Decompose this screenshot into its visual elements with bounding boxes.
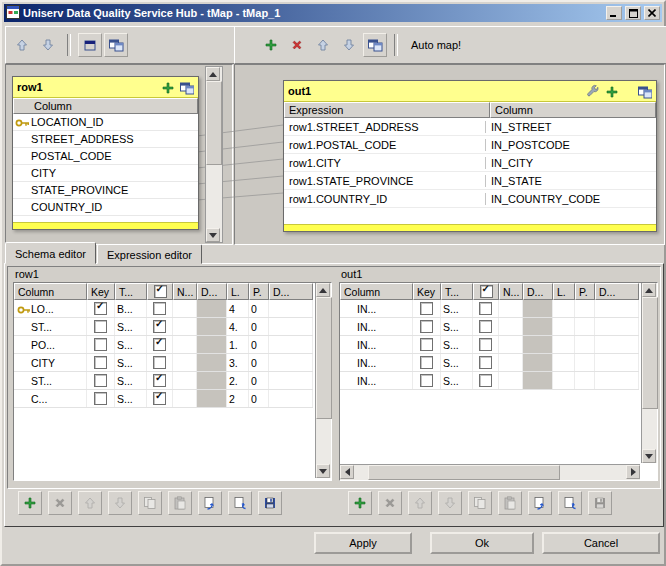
cell-length[interactable]: 3.	[227, 354, 249, 371]
cell-length[interactable]	[553, 300, 575, 317]
cell-length[interactable]: 4	[227, 300, 249, 317]
scrollbar-thumb[interactable]	[642, 297, 658, 409]
cell-key[interactable]	[413, 336, 441, 353]
cell-precision[interactable]	[575, 354, 595, 371]
scroll-up-button[interactable]	[642, 283, 656, 297]
output-row[interactable]: row1.POSTAL_CODE IN_POSTCODE	[284, 136, 656, 154]
cell-n[interactable]	[173, 372, 197, 389]
cell-precision[interactable]	[575, 336, 595, 353]
cell-length[interactable]	[553, 336, 575, 353]
cell-default[interactable]	[269, 372, 313, 389]
key-checkbox[interactable]	[94, 392, 107, 405]
cell-type[interactable]: B...	[115, 300, 147, 317]
cell-precision[interactable]: 0	[249, 390, 269, 407]
scroll-down-button[interactable]	[206, 228, 220, 242]
input-row[interactable]: STATE_PROVINCE	[13, 182, 198, 199]
schema-row[interactable]: CITY S... 3. 0	[14, 354, 313, 372]
remove-column-button[interactable]	[378, 491, 402, 515]
key-checkbox[interactable]	[420, 320, 433, 333]
paste-button[interactable]	[168, 491, 192, 515]
ok-button[interactable]: Ok	[430, 532, 534, 554]
expression-cell[interactable]: row1.STATE_PROVINCE	[284, 175, 486, 187]
cell-n[interactable]	[173, 354, 197, 371]
expression-cell[interactable]: row1.CITY	[284, 157, 486, 169]
cell-n[interactable]	[499, 336, 523, 353]
expression-cell[interactable]: row1.POSTAL_CODE	[284, 139, 486, 151]
export-schema-button[interactable]	[228, 491, 252, 515]
cell-nullable[interactable]	[147, 318, 173, 335]
cell-type[interactable]: S...	[441, 318, 473, 335]
cell-column[interactable]: IN...	[340, 318, 413, 335]
cell-n[interactable]	[499, 318, 523, 335]
schema-row[interactable]: IN... S...	[340, 300, 639, 318]
cell-length[interactable]: 2.	[227, 372, 249, 389]
cell-length[interactable]: 1.	[227, 336, 249, 353]
cell-key[interactable]	[87, 300, 115, 317]
scroll-down-button[interactable]	[642, 449, 656, 463]
cell-key[interactable]	[413, 300, 441, 317]
cell-default[interactable]	[595, 354, 639, 371]
output-row[interactable]: row1.CITY IN_CITY	[284, 154, 656, 172]
load-schema-button[interactable]	[198, 491, 222, 515]
cell-precision[interactable]: 0	[249, 300, 269, 317]
cell-nullable[interactable]	[147, 372, 173, 389]
scrollbar-thumb[interactable]	[316, 297, 332, 419]
scrollbar-thumb[interactable]	[206, 81, 222, 165]
cell-length[interactable]: 4.	[227, 318, 249, 335]
cell-nullable[interactable]	[147, 354, 173, 371]
expression-cell[interactable]: row1.STREET_ADDRESS	[284, 121, 486, 133]
cell-type[interactable]: S...	[115, 318, 147, 335]
cell-default[interactable]	[595, 318, 639, 335]
output-row[interactable]: row1.STREET_ADDRESS IN_STREET	[284, 118, 656, 136]
cell-key[interactable]	[413, 372, 441, 389]
cell-column[interactable]: CITY	[14, 354, 87, 371]
cell-column[interactable]: C...	[14, 390, 87, 407]
cell-type[interactable]: S...	[115, 336, 147, 353]
cell-type[interactable]: S...	[441, 300, 473, 317]
cell-default[interactable]	[595, 336, 639, 353]
scroll-up-button[interactable]	[316, 283, 330, 297]
scrollbar-track[interactable]	[316, 297, 331, 464]
input-canvas-vertical-scrollbar[interactable]	[205, 66, 223, 243]
add-column-button[interactable]	[18, 491, 42, 515]
left-schema-vertical-scrollbar[interactable]	[315, 283, 331, 478]
schema-row[interactable]: IN... S...	[340, 372, 639, 390]
nullable-checkbox[interactable]	[153, 302, 166, 315]
cell-column[interactable]: LO...	[14, 300, 87, 317]
cell-default[interactable]	[269, 354, 313, 371]
move-down-button[interactable]	[36, 33, 60, 57]
cell-nullable[interactable]	[473, 318, 499, 335]
scroll-left-button[interactable]	[340, 465, 354, 479]
cell-precision[interactable]	[575, 300, 595, 317]
copy-button[interactable]	[138, 491, 162, 515]
schema-row[interactable]: IN... S...	[340, 318, 639, 336]
cell-column[interactable]: ST...	[14, 318, 87, 335]
cell-precision[interactable]: 0	[249, 372, 269, 389]
cell-column[interactable]: ST...	[14, 372, 87, 389]
cell-key[interactable]	[87, 372, 115, 389]
open-window-button[interactable]	[363, 33, 387, 57]
header-nullable-checkbox[interactable]	[473, 283, 499, 300]
key-checkbox[interactable]	[94, 320, 107, 333]
load-schema-button[interactable]	[528, 491, 552, 515]
cell-n[interactable]	[173, 318, 197, 335]
scrollbar-track[interactable]	[354, 465, 626, 480]
cell-nullable[interactable]	[473, 300, 499, 317]
output-row[interactable]: row1.COUNTRY_ID IN_COUNTRY_CODE	[284, 190, 656, 208]
schema-row[interactable]: IN... S...	[340, 336, 639, 354]
input-row[interactable]: LOCATION_ID	[13, 114, 198, 131]
cell-column[interactable]: IN...	[340, 336, 413, 353]
nullable-checkbox[interactable]	[479, 302, 492, 315]
cell-column[interactable]: IN...	[340, 372, 413, 389]
open-window-button[interactable]	[104, 33, 128, 57]
paste-button[interactable]	[498, 491, 522, 515]
cell-column[interactable]: IN...	[340, 354, 413, 371]
close-button[interactable]	[644, 6, 660, 20]
nullable-checkbox[interactable]	[153, 392, 166, 405]
apply-button[interactable]: Apply	[314, 532, 412, 554]
cell-type[interactable]: S...	[115, 372, 147, 389]
key-checkbox[interactable]	[94, 302, 107, 315]
minimize-tables-button[interactable]	[78, 33, 102, 57]
cell-default[interactable]	[269, 300, 313, 317]
nullable-checkbox[interactable]	[153, 320, 166, 333]
